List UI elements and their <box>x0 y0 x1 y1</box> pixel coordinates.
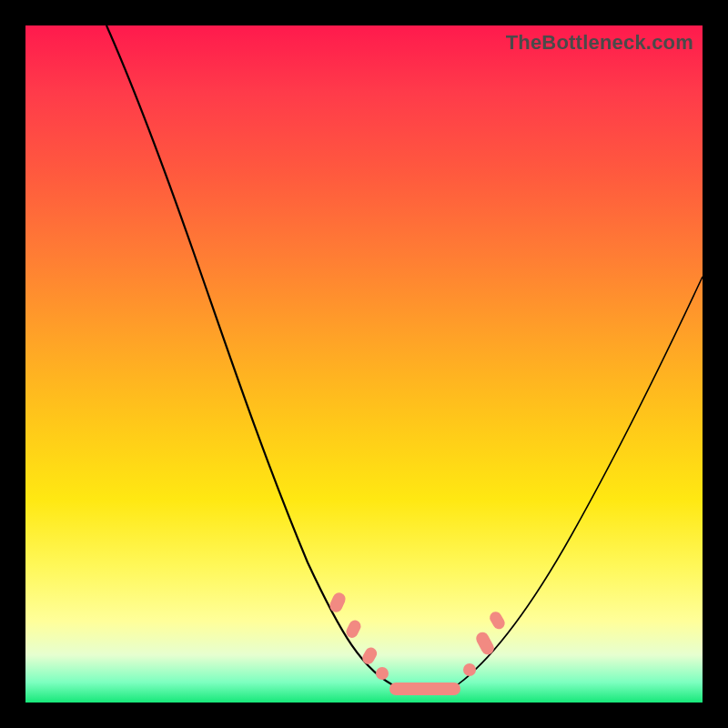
right-curve <box>453 277 703 688</box>
marker-dot <box>360 645 379 666</box>
marker-dot <box>474 630 497 657</box>
valley-bar <box>389 682 460 695</box>
marker-dot <box>463 663 476 676</box>
left-curve <box>106 25 399 688</box>
marker-dot <box>488 610 507 632</box>
plot-area: TheBottleneck.com <box>25 25 703 703</box>
bottleneck-curve <box>25 25 703 703</box>
chart-frame: TheBottleneck.com <box>0 0 728 728</box>
marker-dot <box>376 667 389 680</box>
